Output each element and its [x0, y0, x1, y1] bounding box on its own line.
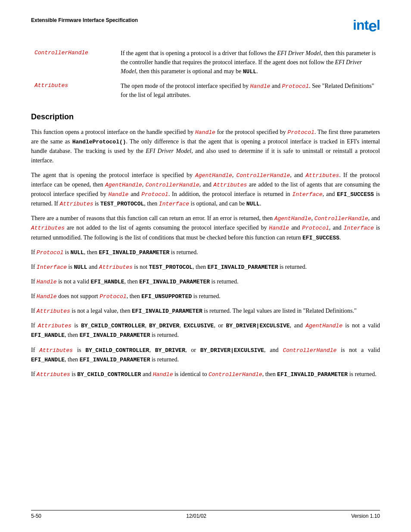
cond-3: If Handle is not a valid EFI_HANDLE, the…: [31, 277, 380, 286]
description-section: Description This function opens a protoc…: [31, 112, 380, 379]
param-row-attributes: Attributes The open mode of the protocol…: [31, 79, 380, 103]
desc-para-3: There are a number of reasons that this …: [31, 214, 380, 242]
param-row-controllerhandle: ControllerHandle If the agent that is op…: [31, 46, 380, 79]
page-header: Extensible Firmware Interface Specificat…: [31, 17, 380, 33]
param-table: ControllerHandle If the agent that is op…: [31, 46, 380, 102]
param-name-attributes: Attributes: [31, 79, 117, 103]
cond-1: If Protocol is NULL, then EFI_INVALID_PA…: [31, 248, 380, 257]
cond-2: If Interface is NULL and Attributes is n…: [31, 262, 380, 272]
cond-6: If Attributes is BY_CHILD_CONTROLLER, BY…: [31, 321, 380, 340]
intel-logo: intel: [353, 17, 380, 33]
page-footer: 5-50 12/01/02 Version 1.10: [31, 510, 380, 519]
cond-7: If Attributes is BY_CHILD_CONTROLLER, BY…: [31, 345, 380, 364]
header-title: Extensible Firmware Interface Specificat…: [31, 17, 138, 23]
page: Extensible Firmware Interface Specificat…: [0, 0, 411, 532]
cond-8: If Attributes is BY_CHILD_CONTROLLER and…: [31, 370, 380, 379]
param-desc-attributes: The open mode of the protocol interface …: [117, 79, 380, 103]
param-name-controllerhandle: ControllerHandle: [31, 46, 117, 79]
desc-para-2: The agent that is opening the protocol i…: [31, 171, 380, 209]
cond-5: If Attributes is not a legal value, then…: [31, 306, 380, 316]
footer-date: 12/01/02: [186, 513, 206, 519]
footer-page: 5-50: [31, 513, 41, 519]
section-title: Description: [31, 112, 380, 121]
desc-para-1: This function opens a protocol interface…: [31, 128, 380, 165]
param-desc-controllerhandle: If the agent that is opening a protocol …: [117, 46, 380, 79]
footer-version: Version 1.10: [351, 513, 380, 519]
cond-4: If Handle does not support Protocol, the…: [31, 292, 380, 301]
